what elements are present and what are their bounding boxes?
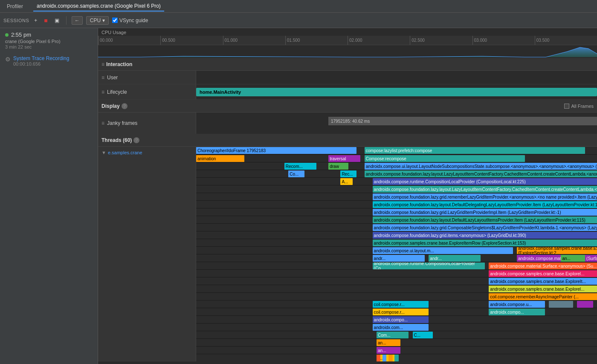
add-session-button[interactable]: + xyxy=(32,17,39,24)
dropdown-arrow: ▾ xyxy=(102,17,105,23)
flame-an-1[interactable]: an... xyxy=(561,255,585,262)
sections-area[interactable]: ≡ Interaction ≡ User ≡ Lifecycle xyxy=(98,58,597,364)
flame-default-lazy[interactable]: androidx.compose.foundation.lazy.layout.… xyxy=(373,217,597,223)
lifecycle-content: home.MainActivity xyxy=(196,84,597,99)
thread-name: e.samples.crane xyxy=(108,150,142,155)
flame-draw[interactable]: draw xyxy=(328,163,348,170)
flame-row-0: Choreographer#doFrame 17952183 compose:l… xyxy=(196,147,597,154)
cpu-selector[interactable]: CPU ▾ xyxy=(86,16,109,25)
flame-coil-r-1[interactable]: coil.compose.r... xyxy=(373,301,429,308)
cpu-usage-label: CPU Usage xyxy=(101,30,126,35)
cpu-label: CPU xyxy=(90,17,101,23)
flame-andr-1[interactable]: andr... xyxy=(373,255,425,262)
flame-grey-1[interactable] xyxy=(549,301,573,308)
flame-lazy-grid-items[interactable]: androidx.compose.foundation.lazy.grid.it… xyxy=(373,232,597,239)
session-item: 2:55 pm crane (Google Pixel 6 Pro) 3 min… xyxy=(0,28,98,53)
flame-rec[interactable]: Rec... xyxy=(340,170,356,177)
flame-explore-image[interactable]: androidx.compose.samples.crane.base.Expl… xyxy=(517,247,597,254)
flame-com-4[interactable]: androidx.com... xyxy=(373,324,429,331)
flame-small-3[interactable] xyxy=(388,355,392,361)
user-row: ≡ User xyxy=(98,71,597,84)
flame-explorel-2[interactable]: androidx.compose.samples.crane.base.Expl… xyxy=(489,286,597,292)
content-area: CPU Usage 00.000 00.500 01.000 01.500 02… xyxy=(98,28,597,364)
flame-coil-remember[interactable]: coil.compose.rememberAsyncImagePainter (… xyxy=(489,293,597,300)
flame-an-2[interactable]: an... xyxy=(377,339,400,346)
flame-compo-3[interactable]: androidx.compo... xyxy=(373,316,429,323)
all-frames-checkbox[interactable] xyxy=(564,104,569,109)
flame-compose-ui-m[interactable]: androidx.compose.ui.layout.m... xyxy=(373,247,513,254)
flame-composition-local-2[interactable]: androidx.compose.runtime.CompositionLoca… xyxy=(373,263,485,269)
flame-small-1[interactable] xyxy=(377,355,380,361)
vsync-check[interactable]: VSync guide xyxy=(112,17,148,23)
trace-name[interactable]: System Trace Recording xyxy=(13,55,93,61)
trace-item[interactable]: ⚙ System Trace Recording 00:00:10.656 xyxy=(0,53,98,69)
flame-compose-u[interactable]: androidx.compose.u... xyxy=(489,301,545,308)
back-button[interactable]: ← xyxy=(72,16,83,25)
user-content xyxy=(196,71,597,84)
flame-compose-ui[interactable]: androidx.compose.ui.layout.LayoutNodeSub… xyxy=(365,163,597,170)
janky-content: 17952185: 40.62 ms xyxy=(196,113,597,134)
split-button[interactable]: ▣ xyxy=(53,17,61,24)
flame-andr-2[interactable]: andr... xyxy=(429,255,481,262)
flame-surface-anon[interactable]: androidx.compose.material.Surface.<anony… xyxy=(489,263,597,269)
stop-button[interactable]: ■ xyxy=(42,16,49,25)
flame-small-2[interactable] xyxy=(383,355,386,361)
separator xyxy=(66,16,67,25)
flame-co[interactable]: Co... xyxy=(288,170,304,177)
flame-explore-item-row[interactable]: androidx.compose.samples.crane.base.Expl… xyxy=(373,240,597,246)
flame-explore-it[interactable]: androidx.compose.samples.crane.base.Expl… xyxy=(489,278,597,285)
flame-lazy-layout[interactable]: androidx.compose.foundation.lazy.layout.… xyxy=(365,170,597,177)
display-title: Display xyxy=(101,103,120,109)
flame-a[interactable]: A... xyxy=(340,178,352,185)
ruler-mark-4: 02.000 xyxy=(348,36,410,45)
flame-row-27: a... xyxy=(196,354,597,361)
flame-cached[interactable]: androidx.compose.foundation.lazy.layout.… xyxy=(373,186,597,193)
thread-label-row[interactable]: ▼ e.samples.crane xyxy=(98,147,196,159)
flame-composable-singletons[interactable]: androidx.compose.foundation.lazy.grid.Co… xyxy=(373,224,597,231)
flame-remember-lazy[interactable]: androidx.compose.foundation.lazy.grid.re… xyxy=(373,194,597,200)
flame-coil-r-2[interactable]: coil.compose.r... xyxy=(373,309,429,315)
flame-default-delegating[interactable]: androidx.compose.foundation.lazy.layout.… xyxy=(373,201,597,208)
app-tab[interactable]: androidx.compose.samples.crane (Google P… xyxy=(33,1,164,12)
profiler-tab[interactable]: Profiler xyxy=(3,2,26,11)
cpu-chart xyxy=(98,45,597,58)
janky-label: ≡ Janky frames xyxy=(98,113,196,134)
flame-composition-local[interactable]: androidx.compose.runtime.CompositionLoca… xyxy=(373,178,597,185)
trace-time: 00:00:10.656 xyxy=(13,61,93,66)
flame-lazy-grid-impl[interactable]: androidx.compose.foundation.lazy.grid.La… xyxy=(373,209,597,216)
janky-value: 17952185: 40.62 ms xyxy=(331,119,370,124)
menu-icon-janky: ≡ xyxy=(101,120,104,126)
threads-help-icon[interactable]: ? xyxy=(133,137,139,143)
flame-row-24: Com... C... xyxy=(196,331,597,338)
ruler-mark-0: 00.000 xyxy=(98,36,160,45)
flame-compo-2[interactable]: androidx.compo... xyxy=(489,309,545,315)
ruler-mark-3: 01.500 xyxy=(285,36,348,45)
flame-an-3[interactable]: an... xyxy=(377,347,400,354)
flame-recompose[interactable]: Compose:recompose xyxy=(365,155,525,162)
flame-row-18: androidx.compose.samples.crane.base.Expl… xyxy=(196,285,597,292)
menu-icon-interaction: ≡ xyxy=(101,61,104,67)
janky-bar: 17952185: 40.62 ms xyxy=(328,117,597,125)
flame-purple-1[interactable] xyxy=(577,301,593,308)
ruler-mark-7: 03.500 xyxy=(535,36,597,45)
sessions-label: SESSIONS xyxy=(3,18,29,23)
flame-row-15: androidx.compose.runtime.CompositionLoca… xyxy=(196,262,597,269)
janky-row: ≡ Janky frames 17952185: 40.62 ms xyxy=(98,113,597,134)
menu-icon-user: ≡ xyxy=(101,75,104,81)
flame-animation[interactable]: animation xyxy=(196,155,244,162)
thread-label: ▼ e.samples.crane xyxy=(98,147,196,361)
display-help-icon[interactable]: ? xyxy=(122,103,128,109)
lifecycle-row: ≡ Lifecycle home.MainActivity xyxy=(98,84,597,100)
flame-row-11: androidx.compose.foundation.lazy.grid.it… xyxy=(196,231,597,239)
flame-com-5[interactable]: Com... xyxy=(377,332,409,338)
flame-traversal[interactable]: traversal xyxy=(328,155,360,162)
ruler-mark-2: 01.000 xyxy=(223,36,285,45)
flame-prefetch[interactable]: compose:lazylist:prefetch:compose xyxy=(365,147,585,154)
vsync-checkbox[interactable] xyxy=(112,17,118,23)
flame-small-4[interactable] xyxy=(394,355,398,361)
flame-surface[interactable]: androidx.compose.material.Surface (Surfa… xyxy=(517,255,597,262)
flame-c-1[interactable]: C... xyxy=(413,332,433,338)
flame-recom[interactable]: Recom... xyxy=(284,163,316,170)
flame-explorel-1[interactable]: androidx.compose.samples.crane.base.Expl… xyxy=(489,270,597,277)
flame-choreographer[interactable]: Choreographer#doFrame 17952183 xyxy=(196,147,356,154)
